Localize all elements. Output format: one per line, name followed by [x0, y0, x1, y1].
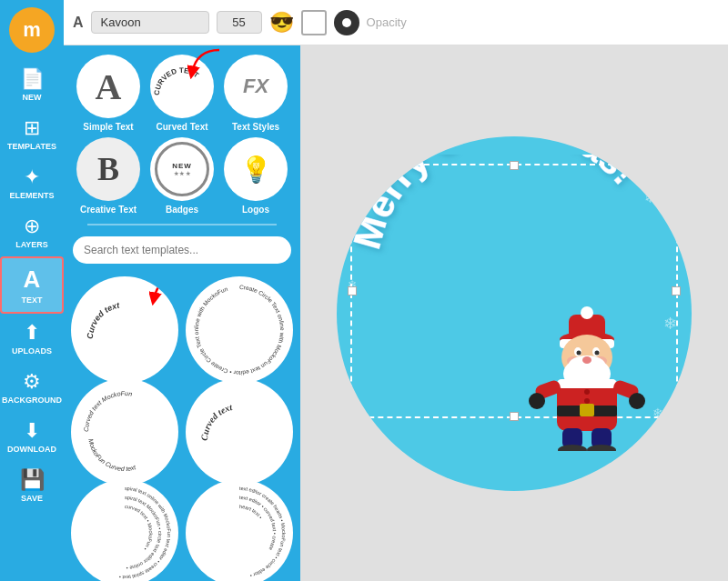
sidebar-item-text[interactable]: A TEXT	[0, 256, 64, 314]
santa-svg	[528, 301, 646, 451]
template-item-4[interactable]: Curved text	[186, 378, 293, 486]
svg-point-44	[629, 393, 645, 409]
sidebar-item-elements[interactable]: ✦ ELEMENTS	[0, 158, 64, 207]
svg-rect-36	[557, 379, 617, 388]
badges-subtitle: ★ ★ ★	[174, 170, 190, 176]
logos-icon: 💡	[240, 155, 272, 185]
creative-icon: B	[97, 150, 119, 188]
fx-circle: FX	[224, 55, 288, 118]
sidebar-label-text: TEXT	[21, 296, 42, 305]
sidebar-item-download[interactable]: ⬇ DOWNLOAD	[0, 412, 64, 461]
svg-point-30	[582, 356, 592, 364]
sidebar: m 📄 NEW ⊞ TEMPLATES ✦ ELEMENTS ⊕ LAYERS …	[0, 0, 64, 581]
merry-christmas-text: Merry Christmas!	[337, 155, 692, 291]
sidebar-item-save[interactable]: 💾 SAVE	[0, 461, 64, 510]
layers-icon: ⊕	[24, 215, 40, 238]
new-icon: 📄	[20, 67, 45, 91]
template-item-5[interactable]: spiral text online with MockoFun text ed…	[71, 479, 178, 581]
svg-text:Curved text: Curved text	[86, 300, 121, 339]
handle-bl[interactable]	[348, 412, 357, 421]
text-type-badges[interactable]: NEW ★ ★ ★ Badges	[148, 137, 217, 215]
toolbar: A Kavoon 55 😎 Opacity	[64, 0, 728, 45]
svg-text:Create Circle Text online with: Create Circle Text online with MockoFun …	[193, 284, 286, 376]
sidebar-item-new[interactable]: 📄 NEW	[0, 60, 64, 109]
template-item-6[interactable]: text editor create hearts • MockoFun tex…	[186, 479, 293, 581]
template-svg-6: text editor create hearts • MockoFun tex…	[189, 483, 289, 581]
red-arrow-curved	[187, 45, 224, 85]
snowflake-4: ❄	[652, 406, 663, 420]
font-name-display[interactable]: Kavoon	[91, 11, 209, 34]
sidebar-item-background[interactable]: ⚙ BACKGROUND	[0, 363, 64, 412]
text-type-simple[interactable]: A Simple Text	[75, 55, 143, 132]
sidebar-item-layers[interactable]: ⊕ LAYERS	[0, 207, 64, 256]
main-panel: A Kavoon 55 😎 Opacity A Simple Text	[64, 0, 728, 581]
elements-icon: ✦	[24, 165, 40, 189]
sidebar-label-background: BACKGROUND	[2, 396, 62, 405]
template-item-2[interactable]: Create Circle Text online with MockoFun …	[186, 276, 293, 384]
svg-text:Merry Christmas!: Merry Christmas!	[350, 155, 646, 254]
templates-icon: ⊞	[24, 116, 40, 140]
fx-icon: FX	[243, 75, 268, 98]
sidebar-item-uploads[interactable]: ⬆ UPLOADS	[0, 314, 64, 363]
template-svg-2: Create Circle Text online with MockoFun …	[189, 280, 289, 380]
svg-text:Curved text MockoFun: Curved text MockoFun	[83, 390, 133, 432]
svg-rect-33	[580, 404, 594, 416]
red-arrow-template	[149, 276, 178, 312]
merry-christmas-svg: Merry Christmas!	[350, 155, 678, 291]
logos-label: Logos	[242, 205, 269, 215]
save-icon: 💾	[20, 468, 45, 492]
sidebar-label-new: NEW	[23, 93, 42, 102]
content-area: A Simple Text CURVED TEXT Curved	[64, 45, 728, 581]
search-input[interactable]	[73, 236, 291, 264]
template-grid: Curved text	[64, 269, 300, 581]
canvas-area[interactable]: ❄ ❄ ❄ ❄ ❄ ❄ Mer	[300, 45, 728, 581]
creative-label: Creative Text	[80, 205, 136, 215]
sidebar-label-save: SAVE	[21, 494, 43, 503]
color-black-swatch[interactable]	[334, 10, 359, 35]
simple-text-label: Simple Text	[83, 122, 133, 132]
text-type-fx[interactable]: FX Text Styles	[222, 55, 290, 132]
handle-br[interactable]	[672, 412, 681, 421]
template-svg-4: Curved text	[189, 382, 289, 482]
snowflake-3: ❄	[355, 416, 370, 437]
sidebar-label-elements: ELEMENTS	[9, 191, 54, 200]
uploads-icon: ⬆	[24, 321, 40, 345]
handle-bm[interactable]	[510, 412, 519, 421]
curved-text-label: Curved Text	[156, 122, 207, 132]
emoji-button[interactable]: 😎	[269, 11, 294, 35]
badges-label: Badges	[166, 205, 198, 215]
template-item-3[interactable]: Curved text MockoFun MockoFun Curved tex…	[71, 378, 178, 486]
badges-new-text: NEW	[172, 162, 192, 170]
template-item-1[interactable]: Curved text	[71, 276, 178, 384]
search-container	[64, 231, 300, 269]
text-type-curved[interactable]: CURVED TEXT Curved Text	[148, 55, 217, 132]
font-icon: A	[73, 15, 84, 31]
opacity-label: Opacity	[367, 15, 407, 29]
snowflake-6: ❄	[663, 314, 677, 334]
text-panel: A Simple Text CURVED TEXT Curved	[64, 45, 300, 581]
canvas-wrapper: ❄ ❄ ❄ ❄ ❄ ❄ Mer	[337, 136, 692, 491]
text-type-creative[interactable]: B Creative Text	[75, 137, 143, 215]
text-type-logos[interactable]: 💡 Logos	[222, 137, 290, 215]
svg-point-43	[529, 393, 545, 409]
svg-text:Curved text: Curved text	[199, 401, 235, 441]
text-icon: A	[24, 265, 41, 294]
color-white-swatch[interactable]	[301, 10, 327, 35]
simple-text-circle: A	[76, 55, 140, 118]
background-icon: ⚙	[23, 370, 41, 394]
badges-icon: NEW ★ ★ ★	[155, 142, 209, 196]
text-types: A Simple Text CURVED TEXT Curved	[64, 45, 300, 224]
svg-point-23	[595, 350, 600, 355]
canvas-design: ❄ ❄ ❄ ❄ ❄ ❄ Mer	[337, 136, 692, 491]
template-svg-3: Curved text MockoFun MockoFun Curved tex…	[75, 382, 175, 482]
template-svg-5: spiral text online with MockoFun text ed…	[75, 483, 175, 581]
panel-divider	[87, 224, 277, 225]
svg-point-18	[581, 306, 593, 319]
badges-circle: NEW ★ ★ ★	[150, 137, 214, 201]
font-size-display[interactable]: 55	[217, 11, 262, 34]
logos-circle: 💡	[224, 137, 288, 201]
sidebar-item-templates[interactable]: ⊞ TEMPLATES	[0, 109, 64, 158]
svg-point-39	[558, 445, 587, 451]
sidebar-label-download: DOWNLOAD	[7, 445, 56, 454]
logo[interactable]: m	[9, 7, 55, 53]
